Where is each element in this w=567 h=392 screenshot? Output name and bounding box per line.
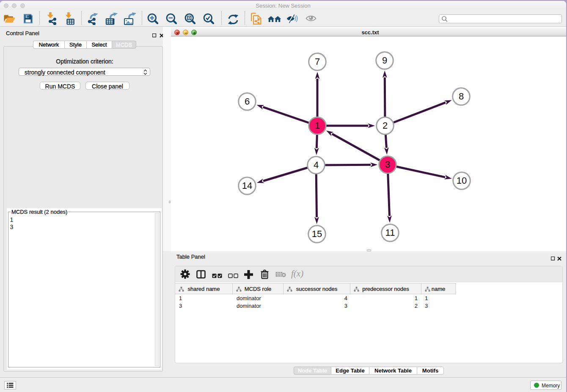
svg-text:7: 7 bbox=[315, 56, 320, 67]
svg-text:11: 11 bbox=[385, 227, 395, 238]
svg-text:15: 15 bbox=[312, 229, 322, 239]
svg-text:10: 10 bbox=[457, 175, 467, 186]
svg-text:1: 1 bbox=[315, 120, 320, 131]
svg-text:3: 3 bbox=[385, 159, 390, 170]
svg-text:2: 2 bbox=[383, 120, 388, 131]
svg-text:9: 9 bbox=[382, 55, 387, 66]
svg-text:8: 8 bbox=[459, 91, 464, 102]
svg-text:4: 4 bbox=[314, 160, 319, 170]
svg-text:14: 14 bbox=[242, 180, 252, 191]
svg-text:6: 6 bbox=[245, 96, 250, 107]
